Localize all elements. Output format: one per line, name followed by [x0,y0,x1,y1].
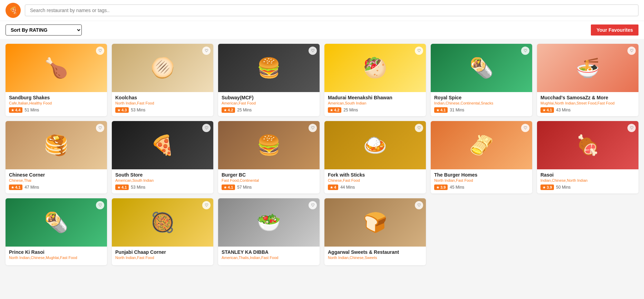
card-body: The Burger Homes North Indian,Fast Food … [431,169,532,193]
restaurant-card[interactable]: 🍗 ♡ Sandburg Shakes Cafe,Italian,Healthy… [6,44,107,116]
restaurant-name: Chinese Corner [9,172,104,178]
card-image: 🫓 ♡ [112,44,213,92]
food-emoji: 🍕 [112,121,213,169]
favourite-toggle[interactable]: ♡ [309,47,317,55]
rating-badge: ★ 3.9 [540,185,554,190]
favourite-toggle[interactable]: ♡ [96,201,104,209]
favourite-toggle[interactable]: ♡ [309,201,317,209]
favourite-toggle[interactable]: ♡ [521,124,529,132]
restaurant-card[interactable]: 🌯 ♡ Prince Ki Rasoi North Indian,Chinese… [6,198,107,265]
card-body: Mucchad's SamosaZz & More Mughlai,North … [537,92,638,116]
card-image: 🍕 ♡ [112,121,213,169]
favourite-toggle[interactable]: ♡ [202,124,211,132]
star-icon: ★ [436,186,439,189]
restaurant-cuisine: Chinese,Fast Food [328,178,422,182]
card-meta: ★ 3.9 50 Mins [540,185,635,190]
restaurant-card[interactable]: 🥗 ♡ STANLEY KA DIBBA American,Thalis,Ind… [218,198,320,265]
star-icon: ★ [330,186,333,189]
favourite-toggle[interactable]: ♡ [96,124,104,132]
restaurant-cuisine: Fast Food,Continental [222,178,316,182]
delivery-time: 25 Mins [343,108,358,112]
card-body: STANLEY KA DIBBA American,Thalis,Indian,… [218,247,320,265]
delivery-time: 53 Mins [131,185,145,190]
rating-badge: ★ 4.1 [434,107,448,113]
card-meta: ★ 4.3 53 Mins [115,107,210,113]
restaurant-card[interactable]: 🫓 ♡ Koolchas North Indian,Fast Food ★ 4.… [112,44,213,116]
restaurant-card[interactable]: 🍔 ♡ Subway(MCF) American,Fast Food ★ 4.2… [218,44,320,116]
favourite-toggle[interactable]: ♡ [627,47,636,55]
restaurant-card[interactable]: 🥙 ♡ Madurai Meenakshi Bhawan American,So… [324,44,426,116]
restaurant-card[interactable]: 🥞 ♡ Chinese Corner Chinese,Thai ★ 4.1 47… [6,121,107,193]
delivery-time: 53 Mins [131,108,145,112]
restaurant-grid: 🍗 ♡ Sandburg Shakes Cafe,Italian,Healthy… [0,39,644,270]
card-body: Sandburg Shakes Cafe,Italian,Healthy Foo… [6,92,107,116]
star-icon: ★ [11,186,14,189]
favourites-button[interactable]: Your Favourites [591,24,638,36]
restaurant-name: Punjabi Chaap Corner [115,249,210,255]
restaurant-name: Prince Ki Rasoi [9,249,104,255]
rating-badge: ★ 4.3 [115,107,129,113]
restaurant-cuisine: American,Thalis,Indian,Fast Food [222,256,316,260]
restaurant-card[interactable]: 🫔 ♡ The Burger Homes North Indian,Fast F… [431,121,532,193]
favourite-toggle[interactable]: ♡ [96,47,104,55]
logo[interactable]: 🍕 [6,3,21,18]
restaurant-card[interactable]: 🍞 ♡ Aggarwal Sweets & Restaurant North I… [324,198,426,265]
rating-value: 4.1 [228,185,233,189]
favourite-toggle[interactable]: ♡ [415,201,423,209]
sort-select[interactable]: Sort By RATINGSort By DELIVERY TIMESort … [6,24,82,36]
food-emoji: 🍞 [324,198,426,247]
toolbar: Sort By RATINGSort By DELIVERY TIMESort … [0,21,644,39]
rating-badge: ★ 4.1 [222,185,235,190]
rating-badge: ★ 4.1 [540,107,554,113]
favourite-toggle[interactable]: ♡ [202,47,211,55]
favourite-toggle[interactable]: ♡ [627,124,636,132]
delivery-time: 44 Mins [340,185,355,190]
star-icon: ★ [117,186,120,189]
favourite-toggle[interactable]: ♡ [415,124,423,132]
restaurant-name: Madurai Meenakshi Bhawan [328,95,422,100]
delivery-time: 50 Mins [556,185,570,190]
delivery-time: 43 Mins [556,108,570,112]
delivery-time: 31 Mins [450,108,464,112]
card-meta: ★ 4.1 53 Mins [115,185,210,190]
restaurant-cuisine: American,Fast Food [222,101,316,105]
restaurant-card[interactable]: 🍜 ♡ Mucchad's SamosaZz & More Mughlai,No… [537,44,638,116]
card-image: 🍞 ♡ [324,198,426,247]
restaurant-card[interactable]: 🍖 ♡ Rasoi Indian,Chinese,North Indian ★ … [537,121,638,193]
restaurant-name: Mucchad's SamosaZz & More [540,95,635,100]
favourite-toggle[interactable]: ♡ [415,47,423,55]
restaurant-name: Royal Spice [434,95,529,100]
card-meta: ★ 4.1 43 Mins [540,107,635,113]
card-meta: ★ 4.1 47 Mins [9,185,104,190]
card-image: 🍔 ♡ [218,44,320,92]
logo-icon: 🍕 [9,6,18,14]
restaurant-cuisine: North Indian,Fast Food [434,178,529,182]
food-emoji: 🍜 [537,44,638,92]
favourite-toggle[interactable]: ♡ [521,47,529,55]
favourite-toggle[interactable]: ♡ [202,201,211,209]
restaurant-name: South Store [115,172,210,178]
food-emoji: 🍖 [537,121,638,169]
card-meta: ★ 4.4 51 Mins [9,107,104,113]
card-image: 🍔 ♡ [218,121,320,169]
restaurant-card[interactable]: 🍕 ♡ South Store American,South Indian ★ … [112,121,213,193]
restaurant-card[interactable]: 🍔 ♡ Burger BC Fast Food,Continental ★ 4.… [218,121,320,193]
restaurant-cuisine: North Indian,Fast Food [115,256,210,260]
delivery-time: 25 Mins [237,108,252,112]
favourite-toggle[interactable]: ♡ [309,124,317,132]
restaurant-card[interactable]: 🥘 ♡ Punjabi Chaap Corner North Indian,Fa… [112,198,213,265]
restaurant-cuisine: Indian,Chinese,North Indian [540,178,635,182]
food-emoji: 🥞 [6,121,107,169]
card-body: Madurai Meenakshi Bhawan American,South … [324,92,426,116]
card-image: 🫔 ♡ [431,121,532,169]
restaurant-name: The Burger Homes [434,172,529,178]
card-image: 🥘 ♡ [112,198,213,247]
card-body: South Store American,South Indian ★ 4.1 … [112,169,213,193]
restaurant-cuisine: Indian,Chinese,Continental,Snacks [434,101,529,105]
card-body: Punjabi Chaap Corner North Indian,Fast F… [112,247,213,265]
card-image: 🍗 ♡ [6,44,107,92]
restaurant-card[interactable]: 🍛 ♡ Fork with Sticks Chinese,Fast Food ★… [324,121,426,193]
search-input[interactable] [25,4,638,16]
delivery-time: 51 Mins [25,108,39,112]
restaurant-card[interactable]: 🌯 ♡ Royal Spice Indian,Chinese,Continent… [431,44,532,116]
